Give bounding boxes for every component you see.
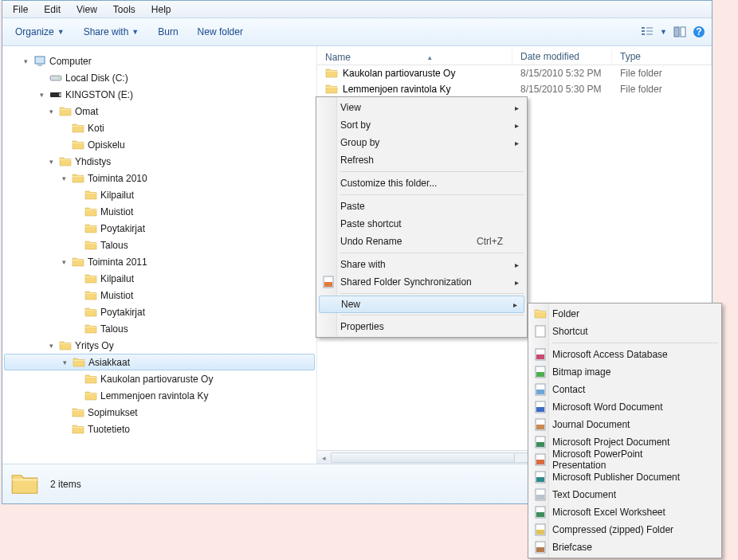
expander-icon[interactable]: ▾ (60, 174, 69, 182)
menu-item[interactable]: View (318, 99, 525, 116)
tree-node[interactable]: Kilpailut (4, 186, 315, 203)
menu-item[interactable]: Text Document (530, 486, 720, 503)
menu-item[interactable]: Group by (318, 134, 525, 151)
organize-button[interactable]: Organize▼ (9, 23, 71, 41)
menu-view[interactable]: View (69, 2, 104, 17)
menu-label: Paste (340, 201, 365, 212)
separator (340, 194, 524, 195)
menu-help[interactable]: Help (144, 2, 179, 17)
tree-node[interactable]: Poytakirjat (4, 303, 315, 320)
tree-node[interactable]: Poytakirjat (4, 220, 315, 237)
expander-icon[interactable] (73, 307, 81, 316)
help-button[interactable] (693, 25, 705, 38)
expander-icon[interactable] (73, 224, 81, 233)
menu-item[interactable]: Undo RenameCtrl+Z (318, 233, 525, 250)
menu-item[interactable]: Journal Document (530, 416, 720, 433)
menu-item[interactable]: Share with (318, 256, 525, 273)
menu-item[interactable]: Folder (530, 305, 720, 323)
expander-icon[interactable]: ▾ (37, 90, 46, 99)
new-folder-button[interactable]: New folder (191, 23, 249, 41)
menu-item[interactable]: New (319, 296, 524, 313)
tree-node[interactable]: Local Disk (C:) (4, 69, 315, 86)
expander-icon[interactable] (73, 207, 81, 216)
menu-item[interactable]: Contact (530, 381, 720, 398)
menu-item[interactable]: Shared Folder Synchronization (318, 273, 525, 291)
expander-icon[interactable] (73, 374, 81, 383)
expander-icon[interactable]: ▾ (61, 358, 69, 366)
tree-node[interactable]: ▾Toiminta 2010 (4, 170, 315, 186)
tree-node[interactable]: ▾Computer (4, 53, 315, 69)
column-date[interactable]: Date modified (512, 49, 612, 65)
navigation-tree[interactable]: ▾ComputerLocal Disk (C:)▾KINGSTON (E:)▾O… (2, 46, 317, 464)
expander-icon[interactable] (73, 190, 81, 199)
tree-node[interactable]: Muistiot (4, 203, 315, 220)
menu-item[interactable]: Microsoft Publisher Document (530, 468, 720, 486)
menu-item[interactable]: Briefcase (530, 538, 720, 556)
list-item[interactable]: Lemmenjoen ravintola Ky8/15/2010 5:30 PM… (317, 81, 712, 97)
tree-node[interactable]: Koti (4, 119, 315, 136)
menu-item[interactable]: Microsoft PowerPoint Presentation (530, 451, 720, 468)
preview-pane-button[interactable] (673, 25, 686, 38)
menu-item[interactable]: Paste (318, 198, 525, 215)
tree-node[interactable]: Opiskelu (4, 136, 315, 153)
menu-label: Compressed (zipped) Folder (552, 524, 673, 535)
tree-node[interactable]: ▾Yhdistys (4, 153, 315, 170)
share-with-button[interactable]: Share with▼ (77, 23, 146, 41)
tree-node[interactable]: Sopimukset (4, 404, 315, 421)
expander-icon[interactable]: ▾ (47, 157, 56, 166)
list-item[interactable]: Kaukolan partiovaruste Oy8/15/2010 5:32 … (317, 65, 712, 81)
tree-node[interactable]: ▾Omat (4, 103, 315, 119)
menu-item[interactable]: Microsoft Excel Worksheet (530, 503, 720, 521)
expander-icon[interactable] (73, 291, 81, 300)
menu-label: Microsoft Project Document (552, 437, 669, 448)
tree-node[interactable]: Lemmenjoen ravintola Ky (4, 387, 315, 404)
context-menu[interactable]: ViewSort byGroup byRefreshCustomize this… (316, 96, 528, 338)
expander-icon[interactable]: ▾ (60, 257, 69, 266)
expander-icon[interactable] (60, 408, 69, 417)
menu-item[interactable]: Refresh (318, 151, 525, 169)
menu-item[interactable]: Customize this folder... (318, 174, 525, 192)
expander-icon[interactable]: ▾ (47, 341, 56, 350)
expander-icon[interactable]: ▾ (22, 57, 30, 65)
expander-icon[interactable] (73, 391, 81, 400)
expander-icon[interactable] (60, 123, 69, 132)
tree-node[interactable]: Kilpailut (4, 270, 315, 287)
menu-item[interactable]: Compressed (zipped) Folder (530, 521, 720, 538)
tree-node[interactable]: Muistiot (4, 287, 315, 303)
menu-item[interactable]: Paste shortcut (318, 215, 525, 233)
menu-item[interactable]: Microsoft Word Document (530, 398, 720, 416)
menu-item[interactable]: Sort by (318, 116, 525, 134)
separator (340, 315, 524, 315)
tree-node[interactable]: ▾Yritys Oy (4, 337, 315, 354)
column-name[interactable]: Name▴ (317, 49, 512, 65)
menu-tools[interactable]: Tools (106, 2, 143, 17)
menu-item[interactable]: Properties (318, 318, 525, 335)
tree-node[interactable]: Talous (4, 320, 315, 337)
tree-node[interactable]: Kaukolan partiovaruste Oy (4, 370, 315, 387)
scroll-thumb[interactable] (332, 453, 515, 462)
menu-file[interactable]: File (6, 2, 35, 17)
column-type[interactable]: Type (612, 49, 712, 65)
view-options-button[interactable] (641, 25, 654, 38)
expander-icon[interactable] (37, 73, 46, 82)
menu-item[interactable]: Bitmap image (530, 363, 720, 381)
expander-icon[interactable] (73, 324, 81, 333)
dropdown-arrow-icon[interactable]: ▼ (660, 28, 667, 36)
menu-edit[interactable]: Edit (37, 2, 68, 17)
tree-node[interactable]: ▾KINGSTON (E:) (4, 86, 315, 103)
expander-icon[interactable] (73, 274, 81, 283)
tree-node[interactable]: ▾Asiakkaat (4, 354, 315, 370)
tree-node[interactable]: Talous (4, 237, 315, 253)
expander-icon[interactable] (60, 140, 69, 149)
tree-node[interactable]: ▾Toiminta 2011 (4, 253, 315, 270)
new-submenu[interactable]: FolderShortcutMicrosoft Access DatabaseB… (528, 303, 722, 558)
expander-icon[interactable] (60, 425, 69, 433)
expander-icon[interactable] (73, 241, 81, 249)
expander-icon[interactable]: ▾ (47, 107, 56, 116)
menu-item[interactable]: Microsoft Access Database (530, 346, 720, 363)
menu-item[interactable]: Shortcut (530, 323, 720, 340)
tree-node[interactable]: Tuotetieto (4, 421, 315, 437)
scroll-left-button[interactable]: ◂ (317, 451, 331, 464)
burn-button[interactable]: Burn (151, 23, 184, 41)
tree-label: Toiminta 2010 (88, 173, 147, 184)
